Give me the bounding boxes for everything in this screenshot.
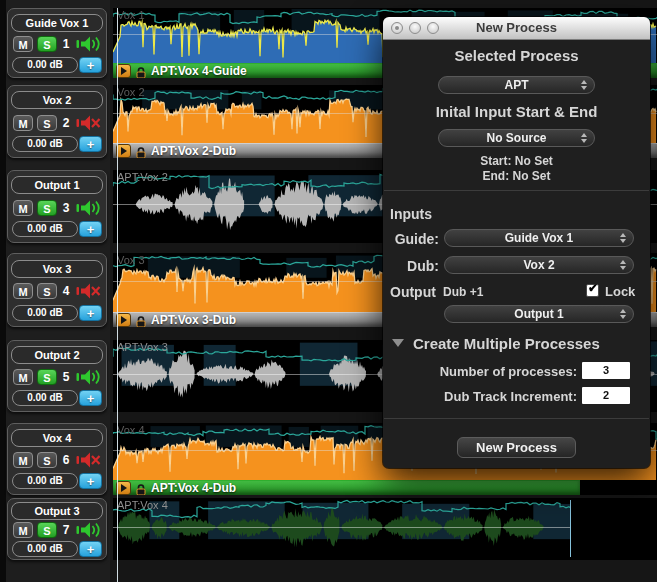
- track-panel: Output 1 M S 3 0.00 dB +: [7, 170, 107, 243]
- play-icon[interactable]: [116, 144, 131, 158]
- num-processes-input[interactable]: 3: [582, 362, 630, 379]
- gain-field[interactable]: 0.00 dB: [12, 57, 78, 73]
- track-name-button[interactable]: Vox 3: [11, 260, 103, 278]
- dialog-titlebar[interactable]: New Process: [383, 17, 650, 40]
- row-background-label: APT:Vox 4: [117, 499, 168, 511]
- row-background-label: Vox 4: [117, 424, 145, 436]
- add-button[interactable]: +: [79, 473, 102, 489]
- gain-field[interactable]: 0.00 dB: [12, 390, 78, 406]
- track-panel: Guide Vox 1 M S 1 0.00 dB +: [7, 8, 107, 78]
- dub-select[interactable]: Vox 2: [444, 256, 634, 274]
- solo-button[interactable]: S: [37, 115, 57, 131]
- updown-arrows-icon: [581, 133, 587, 143]
- mute-button[interactable]: M: [13, 369, 33, 385]
- lock-icon[interactable]: [135, 314, 147, 326]
- add-button[interactable]: +: [79, 390, 102, 406]
- play-icon[interactable]: [116, 313, 131, 327]
- gain-field[interactable]: 0.00 dB: [12, 221, 78, 237]
- new-process-button[interactable]: New Process: [457, 437, 576, 458]
- speaker-on-icon[interactable]: [75, 368, 101, 386]
- track-panel: Vox 4 M S 6 0.00 dB +: [7, 423, 107, 495]
- gain-field[interactable]: 0.00 dB: [12, 136, 78, 152]
- timeline-row[interactable]: APT:Vox 4: [113, 498, 657, 560]
- add-button[interactable]: +: [79, 136, 102, 152]
- lock-icon[interactable]: [135, 482, 147, 494]
- track-panel: Vox 2 M S 2 0.00 dB +: [7, 85, 107, 158]
- add-button[interactable]: +: [79, 305, 102, 321]
- close-button[interactable]: [391, 22, 403, 34]
- gain-field[interactable]: 0.00 dB: [12, 305, 78, 321]
- guide-label: Guide:: [383, 231, 439, 247]
- updown-arrows-icon: [581, 80, 587, 90]
- lock-label: Lock: [605, 284, 635, 299]
- source-select[interactable]: No Source: [438, 129, 595, 147]
- zoom-button[interactable]: [427, 22, 439, 34]
- clip-label: APT:Vox 2-Dub: [151, 145, 236, 158]
- disclosure-triangle-icon[interactable]: [392, 339, 404, 347]
- speaker-on-icon[interactable]: [75, 199, 101, 217]
- add-button[interactable]: +: [79, 57, 102, 73]
- sidebar-edge: [0, 0, 6, 582]
- track-name-button[interactable]: Output 3: [11, 502, 103, 520]
- process-clip-bar[interactable]: APT:Vox 4-Dub: [113, 480, 580, 495]
- playhead-cursor[interactable]: [117, 8, 118, 582]
- row-background-label: APT:Vox 2: [117, 171, 168, 183]
- lock-icon[interactable]: [135, 65, 147, 77]
- output-select[interactable]: Output 1: [444, 305, 634, 323]
- row-background-label: Vox 2: [117, 86, 145, 98]
- lock-checkbox[interactable]: ✔: [586, 284, 599, 297]
- solo-button[interactable]: S: [37, 36, 57, 52]
- start-status: Start: No Set: [383, 154, 650, 168]
- end-status: End: No Set: [383, 169, 650, 183]
- inputs-heading: Inputs: [390, 206, 432, 222]
- track-control-sidebar: Guide Vox 1 M S 1 0.00 dB + Vox 2 M S 2 …: [0, 0, 110, 582]
- mute-button[interactable]: M: [13, 283, 33, 299]
- checkmark-icon: ✔: [588, 282, 598, 295]
- clip-label: APT:Vox 4-Guide: [151, 65, 247, 78]
- solo-button[interactable]: S: [37, 200, 57, 216]
- speaker-muted-icon[interactable]: [75, 282, 101, 300]
- gain-field[interactable]: 0.00 dB: [12, 541, 78, 557]
- output-select-value: Output 1: [445, 306, 633, 322]
- speaker-muted-icon[interactable]: [75, 451, 101, 469]
- mute-button[interactable]: M: [13, 522, 33, 538]
- solo-button[interactable]: S: [37, 452, 57, 468]
- mute-button[interactable]: M: [13, 115, 33, 131]
- clip-label: APT:Vox 4-Dub: [151, 482, 236, 495]
- track-name-button[interactable]: Output 2: [11, 346, 103, 364]
- create-multiple-heading[interactable]: Create Multiple Processes: [413, 335, 600, 352]
- mute-button[interactable]: M: [13, 36, 33, 52]
- speaker-on-icon[interactable]: [75, 35, 101, 53]
- track-name-button[interactable]: Vox 2: [11, 91, 103, 109]
- solo-button[interactable]: S: [37, 522, 57, 538]
- track-name-button[interactable]: Vox 4: [11, 429, 103, 447]
- speaker-muted-icon[interactable]: [75, 114, 101, 132]
- updown-arrows-icon: [620, 260, 626, 270]
- solo-button[interactable]: S: [37, 369, 57, 385]
- mute-button[interactable]: M: [13, 452, 33, 468]
- mute-button[interactable]: M: [13, 200, 33, 216]
- guide-select[interactable]: Guide Vox 1: [444, 229, 634, 247]
- dub-label: Dub:: [383, 258, 439, 274]
- minimize-button[interactable]: [409, 22, 421, 34]
- selection-end-marker[interactable]: [570, 500, 571, 557]
- solo-button[interactable]: S: [37, 283, 57, 299]
- num-processes-label: Number of processes:: [383, 364, 577, 379]
- add-button[interactable]: +: [79, 541, 102, 557]
- row-background-label: APT:Vox 3: [117, 341, 168, 353]
- process-select[interactable]: APT: [438, 76, 595, 94]
- dub-increment-input[interactable]: 2: [582, 387, 630, 404]
- row-background-label: Vox 1: [117, 9, 145, 21]
- new-process-dialog: New Process Selected Process APT Inital …: [383, 17, 650, 468]
- row-background-label: Vox 3: [117, 254, 145, 266]
- output-mode-value: Dub +1: [443, 285, 483, 299]
- play-icon[interactable]: [116, 64, 131, 78]
- selected-process-heading: Selected Process: [383, 47, 650, 64]
- gain-field[interactable]: 0.00 dB: [12, 473, 78, 489]
- track-name-button[interactable]: Output 1: [11, 176, 103, 194]
- track-name-button[interactable]: Guide Vox 1: [11, 14, 103, 32]
- play-icon[interactable]: [116, 481, 131, 495]
- lock-icon[interactable]: [135, 145, 147, 157]
- add-button[interactable]: +: [79, 221, 102, 237]
- speaker-on-icon[interactable]: [75, 521, 101, 539]
